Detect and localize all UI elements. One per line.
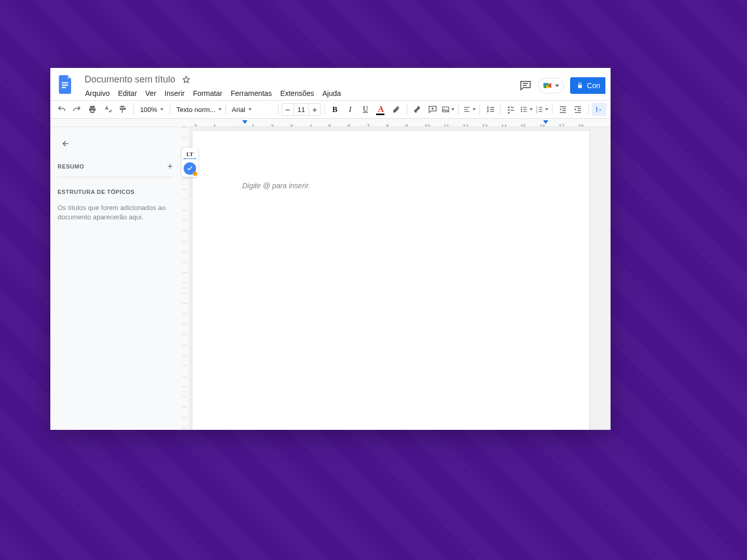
insert-image-button[interactable] [441, 103, 455, 116]
languagetool-badge[interactable]: LT [184, 150, 196, 159]
font-family-combo[interactable]: Arial [229, 103, 275, 116]
highlight-button[interactable] [389, 103, 404, 116]
svg-point-16 [521, 107, 522, 108]
arrow-left-icon [60, 138, 70, 149]
share-button[interactable]: Con [570, 77, 605, 94]
menu-inserir[interactable]: Inserir [161, 87, 188, 100]
extension-badges: LT [182, 148, 198, 177]
toolbar-separator [170, 104, 170, 115]
redo-button[interactable] [70, 103, 85, 116]
toolbar-separator [133, 104, 134, 115]
check-icon [186, 165, 193, 172]
bold-button[interactable]: B [328, 103, 342, 116]
insert-link-button[interactable] [410, 103, 425, 116]
summary-section-label: RESUMO [58, 160, 84, 173]
star-icon[interactable] [182, 75, 191, 85]
toolbar-separator [458, 104, 459, 115]
share-label: Con [587, 81, 600, 90]
menu-arquivo[interactable]: Arquivo [81, 87, 113, 100]
toolbar: 100% Texto norm... Arial − + B I U A [50, 100, 611, 119]
grammar-check-badge[interactable] [184, 162, 196, 175]
header-actions: Con [519, 72, 611, 94]
caret-down-icon [545, 108, 548, 110]
font-size-group: − + [282, 103, 321, 116]
svg-text:x: x [599, 107, 601, 112]
toolbar-separator [479, 104, 480, 115]
paragraph-style-value: Texto norm... [176, 106, 215, 114]
clear-formatting-button[interactable]: Ix [592, 103, 606, 116]
svg-point-18 [521, 111, 522, 113]
zoom-value: 100% [140, 106, 157, 114]
svg-text:3: 3 [536, 111, 537, 114]
toolbar-separator [324, 104, 325, 115]
font-size-input[interactable] [294, 104, 309, 115]
insert-comment-button[interactable] [425, 103, 440, 116]
document-scroll-area[interactable]: Digite @ para inserir. [188, 127, 611, 430]
svg-point-17 [521, 109, 522, 110]
meet-button[interactable] [538, 78, 564, 93]
svg-rect-0 [62, 82, 68, 83]
right-indent-marker[interactable] [543, 120, 548, 124]
svg-rect-6 [544, 83, 546, 86]
toolbar-separator [588, 104, 589, 115]
italic-button[interactable]: I [343, 103, 357, 116]
menu-ajuda[interactable]: Ajuda [319, 87, 345, 100]
zoom-combo[interactable]: 100% [137, 103, 167, 116]
caret-down-icon [451, 108, 454, 110]
bulleted-list-button[interactable] [519, 103, 534, 116]
caret-down-icon [218, 108, 222, 110]
font-size-increase[interactable]: + [309, 104, 321, 115]
paint-format-button[interactable] [116, 103, 130, 116]
align-button[interactable] [462, 103, 476, 116]
checklist-button[interactable] [504, 103, 518, 116]
menu-ver[interactable]: Ver [142, 87, 160, 100]
svg-rect-7 [546, 86, 549, 88]
editor-placeholder: Digite @ para inserir. [242, 181, 310, 190]
outline-collapse-button[interactable] [58, 136, 72, 151]
menu-ferramentas[interactable]: Ferramentas [227, 87, 275, 100]
caret-down-icon [530, 108, 533, 110]
menu-extensoes[interactable]: Extensões [276, 87, 317, 100]
outline-section-label: ESTRUTURA DE TÓPICOS [58, 186, 173, 198]
docs-window: Documento sem título Arquivo Editar Ver … [50, 68, 611, 430]
svg-text:I: I [596, 106, 598, 112]
menu-editar[interactable]: Editar [114, 87, 141, 100]
toolbar-separator [278, 104, 279, 115]
underline-button[interactable]: U [358, 103, 373, 116]
toolbar-separator [225, 104, 226, 115]
decrease-indent-button[interactable] [556, 103, 570, 116]
increase-indent-button[interactable] [571, 103, 586, 116]
font-size-decrease[interactable]: − [282, 104, 294, 115]
title-area: Documento sem título Arquivo Editar Ver … [79, 72, 519, 102]
caret-down-icon [248, 108, 252, 110]
document-page[interactable]: Digite @ para inserir. [192, 131, 589, 430]
font-family-value: Arial [232, 106, 245, 114]
toolbar-separator [500, 104, 501, 115]
svg-rect-1 [62, 85, 68, 86]
horizontal-ruler[interactable]: 21123456789101112131415161718 [50, 119, 611, 127]
paragraph-style-combo[interactable]: Texto norm... [173, 103, 222, 116]
menu-formatar[interactable]: Formatar [189, 87, 226, 100]
line-spacing-button[interactable] [483, 103, 497, 116]
toolbar-separator [407, 104, 407, 115]
spellcheck-button[interactable] [101, 103, 115, 116]
menubar: Arquivo Editar Ver Inserir Formatar Ferr… [79, 87, 519, 102]
undo-button[interactable] [54, 103, 69, 116]
text-color-button[interactable]: A [374, 103, 388, 116]
left-indent-marker[interactable] [242, 120, 247, 124]
caret-down-icon [555, 85, 559, 87]
print-button[interactable] [85, 103, 100, 116]
body-area: RESUMO + ESTRUTURA DE TÓPICOS Os títulos… [50, 127, 611, 430]
comment-history-icon[interactable] [519, 79, 532, 92]
caret-down-icon [473, 108, 476, 110]
meet-icon [543, 80, 553, 91]
lock-icon [576, 82, 584, 89]
docs-logo[interactable] [57, 75, 75, 94]
header: Documento sem título Arquivo Editar Ver … [50, 68, 611, 100]
docs-icon [59, 75, 73, 94]
svg-rect-2 [62, 87, 66, 88]
document-title[interactable]: Documento sem título [82, 73, 177, 86]
outline-panel: RESUMO + ESTRUTURA DE TÓPICOS Os títulos… [50, 127, 180, 430]
add-summary-button[interactable]: + [167, 161, 173, 172]
numbered-list-button[interactable]: 123 [535, 103, 549, 116]
